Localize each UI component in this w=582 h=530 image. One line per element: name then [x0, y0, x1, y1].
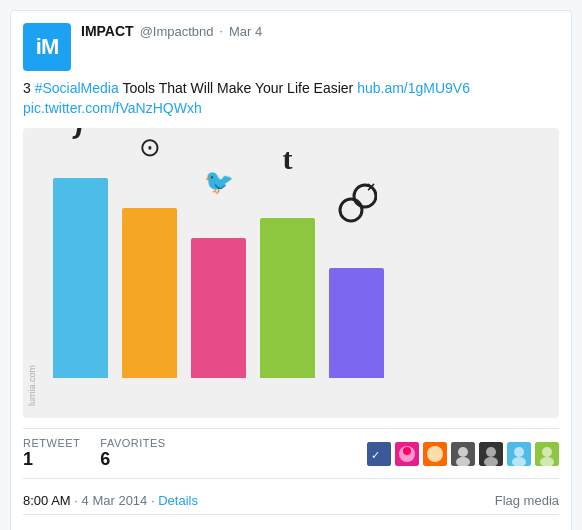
svg-point-14: [486, 447, 496, 457]
details-link[interactable]: Details: [158, 493, 198, 508]
timestamp-time: 8:00 AM: [23, 493, 71, 508]
svg-point-11: [458, 447, 468, 457]
svg-point-7: [403, 447, 411, 455]
chart-bar-twitter: 🐦: [191, 200, 246, 378]
timestamp-row: Flag media 8:00 AM · 4 Mar 2014 · Detail…: [23, 487, 559, 515]
bar-instagram: [122, 208, 177, 378]
tweet-meta: IMPACT @Impactbnd · Mar 4: [81, 23, 262, 39]
chart-bar-facebook: 𝑓: [53, 140, 108, 378]
tweet-image: 𝑓 ⊙ 🐦 t: [23, 128, 559, 418]
mini-avatar-2: [395, 442, 419, 466]
svg-point-9: [427, 446, 443, 462]
tweet-header: iM IMPACT @Impactbnd · Mar 4: [23, 23, 559, 71]
avatars-row: ✓: [367, 442, 559, 466]
retweet-label: RETWEET: [23, 437, 80, 449]
hashtag[interactable]: #SocialMedia: [35, 80, 119, 96]
mini-avatar-6: [507, 442, 531, 466]
link-hub[interactable]: hub.am/1gMU9V6: [357, 80, 470, 96]
svg-text:×: ×: [367, 182, 375, 195]
facebook-icon: 𝑓: [75, 128, 87, 140]
mini-avatar-1: ✓: [367, 442, 391, 466]
flag-media-link[interactable]: Flag media: [495, 493, 559, 508]
tweet-date: Mar 4: [229, 24, 262, 39]
bar-facebook: [53, 178, 108, 378]
timestamp-date: 4 Mar 2014: [82, 493, 148, 508]
retweet-stat: RETWEET 1: [23, 437, 80, 470]
bird-icon: 🐦: [204, 168, 234, 196]
actions-row: ↩ Reply ↺ Retweet ★ Favorite ↑ Share ···…: [23, 523, 559, 530]
favorites-stat: FAVORITES 6: [100, 437, 165, 470]
timestamp-sep: ·: [74, 493, 81, 508]
chart-bar-instagram: ⊙: [122, 170, 177, 378]
user-line: IMPACT @Impactbnd · Mar 4: [81, 23, 262, 39]
mini-avatar-3: [423, 442, 447, 466]
mini-avatar-7: [535, 442, 559, 466]
svg-point-17: [514, 447, 524, 457]
username: IMPACT: [81, 23, 134, 39]
stats-row: RETWEET 1 FAVORITES 6 ✓: [23, 428, 559, 479]
retweet-value: 1: [23, 449, 80, 470]
favorites-value: 6: [100, 449, 165, 470]
instagram-icon: ⊙: [139, 132, 161, 163]
favorites-label: FAVORITES: [100, 437, 165, 449]
chart-area: 𝑓 ⊙ 🐦 t: [33, 138, 549, 378]
tweet-text: 3 #SocialMedia Tools That Will Make Your…: [23, 79, 559, 118]
chart-bar-other: ×: [329, 230, 384, 378]
bar-tumblr: [260, 218, 315, 378]
chart-bar-tumblr: t: [260, 180, 315, 378]
tweet-card: iM IMPACT @Impactbnd · Mar 4 3 #SocialMe…: [10, 10, 572, 530]
svg-point-0: [340, 199, 362, 221]
bar-other: [329, 268, 384, 378]
watermark: lumia.com: [27, 365, 37, 406]
tumblr-icon: t: [283, 142, 293, 176]
other-icon: ×: [337, 182, 377, 231]
handle: @Impactbnd: [140, 24, 214, 39]
mini-avatar-5: [479, 442, 503, 466]
avatar: iM: [23, 23, 71, 71]
mini-avatar-4: [451, 442, 475, 466]
svg-point-20: [542, 447, 552, 457]
link-pic[interactable]: pic.twitter.com/fVaNzHQWxh: [23, 100, 202, 116]
bar-twitter: [191, 238, 246, 378]
svg-text:✓: ✓: [371, 449, 380, 461]
dot: ·: [220, 24, 223, 38]
